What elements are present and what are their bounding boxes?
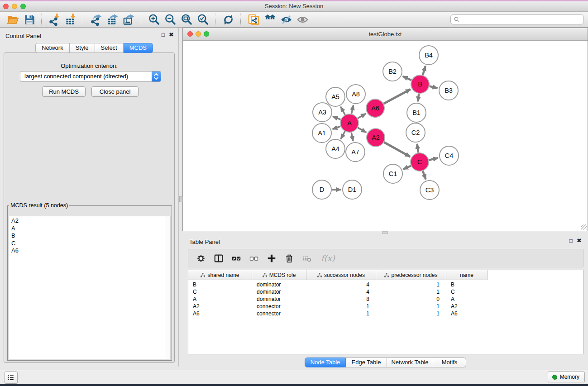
graph-edge-C-C3[interactable] [423, 171, 426, 180]
zoom-fit-button[interactable] [180, 13, 193, 26]
table-row[interactable]: Cdominator41C [188, 288, 583, 295]
graph-node-B2[interactable]: B2 [383, 62, 402, 81]
table-cell[interactable]: A [188, 296, 252, 302]
tab-style[interactable]: Style [70, 43, 95, 53]
export-table-button[interactable] [105, 13, 119, 26]
table-cell[interactable]: 8 [306, 296, 376, 302]
optimization-select[interactable]: largest connected component (directed) [20, 71, 161, 82]
graph-edge-A-A6[interactable] [358, 114, 366, 118]
minimize-network-button[interactable] [196, 31, 201, 37]
scrollbar-track[interactable] [165, 216, 170, 359]
zoom-window-button[interactable] [20, 4, 26, 9]
graph-node-A1[interactable]: A1 [312, 124, 331, 143]
graph-edge-A-A8[interactable] [351, 105, 353, 114]
graph-node-A[interactable]: A [340, 114, 359, 132]
table-options-button[interactable] [196, 253, 206, 264]
tab-node-table[interactable]: Node Table [305, 357, 346, 367]
table-cell[interactable]: 1 [376, 281, 446, 288]
export-image-button[interactable] [122, 13, 135, 26]
table-row[interactable]: Adominator80A [188, 295, 583, 303]
graph-edge-B-B1[interactable] [418, 94, 419, 101]
table-cell[interactable]: dominator [252, 296, 306, 302]
import-table-button[interactable] [64, 13, 77, 26]
save-session-button[interactable] [22, 13, 36, 26]
close-table-panel-icon[interactable]: ✖ [577, 238, 582, 244]
graph-edge-A-A1[interactable] [333, 126, 341, 129]
vertical-split-handle[interactable] [179, 196, 183, 202]
new-column-button[interactable] [266, 253, 277, 264]
graph-edge-C-C2[interactable] [417, 144, 418, 152]
table-cell[interactable]: A [446, 296, 488, 302]
table-row[interactable]: Bdominator41B [188, 281, 583, 288]
close-panel-button[interactable]: Close panel [91, 86, 139, 97]
tab-network-table[interactable]: Network Table [387, 357, 433, 367]
window-resize-grip[interactable] [581, 224, 587, 230]
mcds-result-list[interactable]: A2ABCA6 [9, 216, 171, 359]
column-header-MCDS-role[interactable]: MCDS role [252, 270, 306, 280]
table-cell[interactable]: A6 [188, 310, 252, 317]
search-input[interactable] [462, 15, 582, 24]
graph-node-C[interactable]: C [411, 153, 429, 171]
zoom-in-button[interactable] [147, 13, 161, 26]
graph-node-A6[interactable]: A6 [366, 99, 384, 117]
table-cell[interactable]: C [446, 289, 488, 295]
table-cell[interactable]: connector [252, 310, 306, 317]
graph-node-D[interactable]: D [312, 180, 331, 199]
graph-node-B1[interactable]: B1 [407, 103, 426, 122]
deselect-all-button[interactable] [249, 253, 259, 264]
graph-node-A3[interactable]: A3 [313, 103, 332, 122]
table-cell[interactable]: dominator [252, 289, 306, 295]
graph-node-A8[interactable]: A8 [346, 85, 365, 104]
graph-node-A2[interactable]: A2 [367, 129, 385, 147]
zoom-out-button[interactable] [163, 13, 177, 26]
tab-edge-table[interactable]: Edge Table [346, 357, 387, 367]
table-cell[interactable]: 1 [306, 303, 376, 310]
show-panels-button[interactable] [5, 372, 18, 384]
table-cell[interactable]: B [446, 281, 488, 288]
run-mcds-button[interactable]: Run MCDS [42, 86, 86, 97]
graph-edge-A-A7[interactable] [351, 133, 353, 141]
mcds-result-item[interactable]: A2 [11, 217, 170, 225]
tab-select[interactable]: Select [95, 43, 124, 53]
mcds-result-item[interactable]: C [11, 240, 170, 248]
table-cell[interactable]: 1 [376, 303, 446, 310]
apply-layout-button[interactable] [221, 13, 235, 26]
memory-button[interactable]: Memory [548, 372, 585, 382]
graph-node-C2[interactable]: C2 [406, 123, 425, 142]
tab-motifs[interactable]: Motifs [433, 357, 466, 367]
minimize-window-button[interactable] [12, 4, 17, 9]
graph-edge-A-A4[interactable] [341, 131, 345, 139]
graph-node-D1[interactable]: D1 [343, 180, 362, 199]
graph-node-A4[interactable]: A4 [326, 139, 345, 158]
table-cell[interactable]: A2 [446, 303, 488, 310]
table-row[interactable]: A2connector11A2 [188, 303, 583, 310]
table-cell[interactable]: 4 [306, 289, 376, 295]
close-network-button[interactable] [187, 31, 193, 37]
graph-edge-A-A5[interactable] [341, 107, 345, 114]
graph-edge-B-B4[interactable] [423, 66, 425, 75]
table-cell[interactable]: 1 [306, 310, 376, 317]
mcds-result-item[interactable]: B [11, 232, 170, 240]
table-cell[interactable]: 0 [376, 296, 446, 302]
zoom-selected-button[interactable] [196, 13, 210, 26]
network-canvas[interactable]: ABCA2A6A1A3A4A5A7A8B1B2B3B4C1C2C3C4DD1 [183, 41, 588, 231]
mcds-result-item[interactable]: A [11, 225, 170, 233]
column-header-predecessor-nodes[interactable]: predecessor nodes [376, 270, 446, 280]
table-cell[interactable]: A2 [188, 303, 252, 310]
graph-node-A5[interactable]: A5 [326, 87, 345, 106]
hide-selected-button[interactable] [279, 13, 293, 26]
zoom-network-button[interactable] [204, 31, 209, 37]
graph-node-A7[interactable]: A7 [346, 143, 365, 162]
graph-node-C4[interactable]: C4 [440, 146, 459, 165]
graph-node-B[interactable]: B [411, 75, 429, 93]
column-header-shared-name[interactable]: shared name [188, 270, 252, 280]
mcds-result-item[interactable]: A6 [11, 247, 170, 255]
open-file-button[interactable] [6, 13, 19, 26]
new-network-from-selection-button[interactable] [247, 13, 260, 26]
network-window-titlebar[interactable]: testGlobe.txt [183, 28, 588, 41]
table-cell[interactable]: dominator [252, 281, 306, 288]
graph-node-B3[interactable]: B3 [439, 81, 458, 100]
close-window-button[interactable] [3, 4, 9, 9]
first-neighbors-button[interactable] [263, 13, 277, 26]
tab-mcds[interactable]: MCDS [124, 43, 153, 53]
